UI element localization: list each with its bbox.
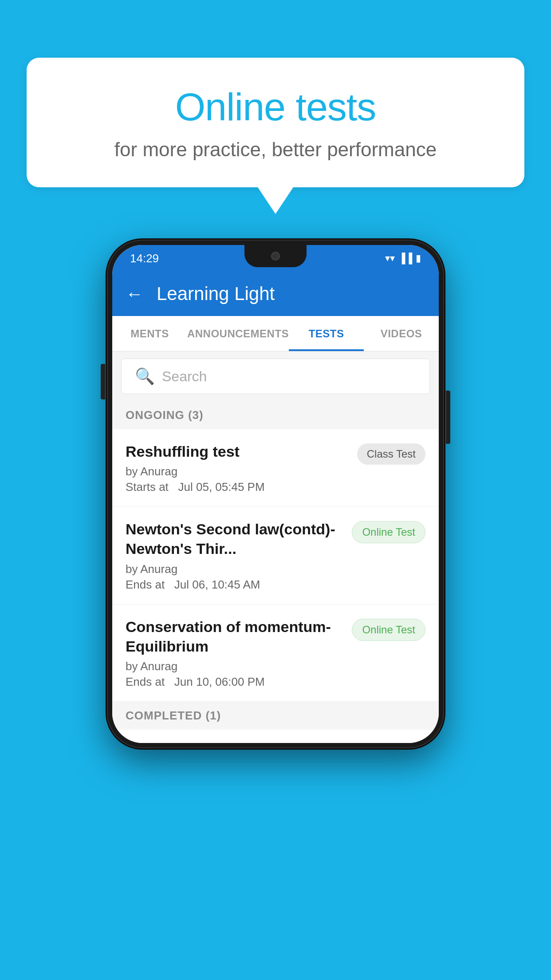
speech-bubble-arrow [258, 187, 293, 214]
tab-videos[interactable]: VIDEOS [364, 316, 439, 351]
notch [244, 245, 307, 267]
speech-bubble: Online tests for more practice, better p… [27, 58, 524, 187]
test-author-3: by Anurag [126, 660, 343, 673]
back-button[interactable]: ← [126, 284, 143, 304]
test-time-2: Ends at Jul 06, 10:45 AM [126, 578, 343, 592]
phone-frame: 14:29 ▾▾ ▐▐ ▮ ← Learning Light MENTS [107, 240, 444, 748]
phone-screen: 14:29 ▾▾ ▐▐ ▮ ← Learning Light MENTS [112, 245, 439, 743]
status-bar: 14:29 ▾▾ ▐▐ ▮ [112, 245, 439, 272]
test-author-1: by Anurag [126, 465, 348, 478]
speech-bubble-container: Online tests for more practice, better p… [27, 58, 524, 214]
app-title: Learning Light [157, 283, 275, 304]
app-bar: ← Learning Light [112, 272, 439, 316]
status-time: 14:29 [130, 252, 159, 265]
test-title-2: Newton's Second law(contd)-Newton's Thir… [126, 519, 343, 558]
test-title-1: Reshuffling test [126, 442, 348, 461]
phone-container: 14:29 ▾▾ ▐▐ ▮ ← Learning Light MENTS [107, 240, 444, 748]
test-badge-1: Class Test [357, 443, 425, 465]
test-item-1[interactable]: Reshuffling test by Anurag Starts at Jul… [112, 429, 439, 507]
tab-ments[interactable]: MENTS [112, 316, 187, 351]
search-input[interactable]: Search [162, 368, 207, 385]
tab-announcements[interactable]: ANNOUNCEMENTS [187, 316, 289, 351]
test-title-3: Conservation of momentum-Equilibrium [126, 617, 343, 656]
test-item-2[interactable]: Newton's Second law(contd)-Newton's Thir… [112, 507, 439, 604]
test-time-1: Starts at Jul 05, 05:45 PM [126, 480, 348, 494]
test-badge-3: Online Test [352, 619, 425, 641]
test-badge-2: Online Test [352, 521, 425, 543]
search-icon: 🔍 [135, 367, 155, 386]
tab-tests[interactable]: TESTS [289, 316, 364, 351]
test-author-2: by Anurag [126, 562, 343, 576]
camera-dot [271, 252, 280, 261]
speech-bubble-subtitle: for more practice, better performance [62, 138, 489, 161]
phone-bottom-spacer [112, 730, 439, 743]
test-info-2: Newton's Second law(contd)-Newton's Thir… [126, 519, 343, 591]
test-time-3: Ends at Jun 10, 06:00 PM [126, 675, 343, 689]
battery-icon: ▮ [416, 253, 421, 264]
test-info-1: Reshuffling test by Anurag Starts at Jul… [126, 442, 348, 494]
test-info-3: Conservation of momentum-Equilibrium by … [126, 617, 343, 689]
status-icons: ▾▾ ▐▐ ▮ [385, 253, 421, 264]
search-container: 🔍 Search [112, 352, 439, 401]
search-bar[interactable]: 🔍 Search [121, 359, 430, 394]
ongoing-section-header: ONGOING (3) [112, 401, 439, 429]
wifi-icon: ▾▾ [385, 253, 395, 264]
completed-section-header: COMPLETED (1) [112, 702, 439, 730]
test-item-3[interactable]: Conservation of momentum-Equilibrium by … [112, 605, 439, 702]
test-list: Reshuffling test by Anurag Starts at Jul… [112, 429, 439, 702]
tab-bar: MENTS ANNOUNCEMENTS TESTS VIDEOS [112, 316, 439, 352]
signal-icon: ▐▐ [398, 253, 412, 264]
speech-bubble-title: Online tests [62, 84, 489, 130]
